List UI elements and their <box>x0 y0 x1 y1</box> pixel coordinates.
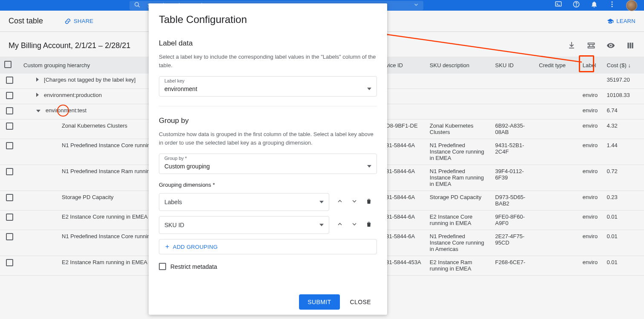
checkbox-icon[interactable] <box>6 168 13 175</box>
cell-label: enviro <box>578 139 603 165</box>
delete-icon[interactable] <box>364 198 374 206</box>
cell-label: enviro <box>578 191 603 211</box>
cell-cost: 6.74 <box>603 104 644 120</box>
chevron-down-icon[interactable] <box>413 2 419 9</box>
hierarchy-label: E2 Instance Ram running in EMEA <box>23 259 147 265</box>
cell-service_id: 31-5844-6A <box>382 165 426 191</box>
cell-credit_type <box>535 191 578 211</box>
cell-sku_id: 6B92-A835-08AB <box>491 120 535 139</box>
cell-sku_desc: E2 Instance Ram running in EMEA <box>426 256 491 276</box>
move-down-icon[interactable] <box>350 221 359 229</box>
cell-sku_desc: N1 Predefined Instance Core running in A… <box>426 230 491 256</box>
cell-sku_id <box>491 89 535 104</box>
cell-sku_id: 39F4-0112-6F39 <box>491 165 535 191</box>
annotation-circle <box>57 105 69 117</box>
col-sku-desc[interactable]: SKU description <box>426 57 491 74</box>
cell-label: enviro <box>578 256 603 276</box>
cell-cost: 0.01 <box>603 230 644 256</box>
dimension-select[interactable]: Labels <box>159 193 329 211</box>
topbar-actions <box>555 0 637 11</box>
cell-service_id: 31-5844-6A <box>382 230 426 256</box>
label-key-select[interactable]: Label key environment <box>159 76 377 97</box>
label-data-desc: Select a label key to include the corres… <box>159 53 377 69</box>
col-credit-type[interactable]: Credit type <box>535 57 578 74</box>
cell-credit_type <box>535 120 578 139</box>
cell-service_id: 31-5844-6A <box>382 139 426 165</box>
cell-cost: 0.23 <box>603 191 644 211</box>
checkbox-icon[interactable] <box>6 233 13 240</box>
checkbox-icon[interactable] <box>6 122 13 130</box>
share-button[interactable]: SHARE <box>64 18 93 25</box>
learn-button[interactable]: LEARN <box>607 18 635 25</box>
cell-cost: 35197.20 <box>603 74 644 89</box>
checkbox-icon[interactable] <box>6 142 13 149</box>
checkbox-icon[interactable] <box>6 92 13 99</box>
cell-credit_type <box>535 256 578 276</box>
delete-icon[interactable] <box>364 221 374 229</box>
select-all-cell[interactable] <box>0 57 19 74</box>
group-by-value: Custom grouping <box>164 163 210 170</box>
collapse-icon[interactable] <box>36 110 40 112</box>
checkbox-icon[interactable] <box>159 263 166 270</box>
close-button[interactable]: CLOSE <box>344 294 377 310</box>
restrict-metadata-row[interactable]: Restrict metadata <box>159 263 377 270</box>
page-title: Cost table <box>9 17 43 26</box>
svg-rect-10 <box>588 47 595 48</box>
checkbox-icon[interactable] <box>4 61 12 68</box>
group-by-select[interactable]: Group by * Custom grouping <box>159 154 377 174</box>
grouping-dimension-row: Labels <box>159 193 377 211</box>
cell-label <box>578 74 603 89</box>
move-up-icon[interactable] <box>335 221 345 229</box>
cell-service_id: 31-5844-453A <box>382 256 426 276</box>
grouping-dimension-row: SKU ID <box>159 216 377 234</box>
cell-label: enviro <box>578 211 603 230</box>
add-grouping-label: ADD GROUPING <box>173 244 218 250</box>
more-vert-icon[interactable] <box>608 0 616 10</box>
cell-credit_type <box>535 165 578 191</box>
submit-button[interactable]: SUBMIT <box>299 294 339 310</box>
move-up-icon[interactable] <box>335 198 345 206</box>
move-down-icon[interactable] <box>350 198 359 206</box>
svg-rect-14 <box>630 43 631 48</box>
label-key-value: environment <box>164 85 197 92</box>
cell-sku_id <box>491 104 535 120</box>
cell-sku_id: F268-6CE7- <box>491 256 535 276</box>
cell-sku_desc: E2 Instance Core running in EMEA <box>426 211 491 230</box>
avatar[interactable] <box>626 0 637 11</box>
dropdown-caret-icon <box>367 88 371 90</box>
download-icon[interactable] <box>566 40 577 51</box>
dimension-select[interactable]: SKU ID <box>159 216 329 234</box>
checkbox-icon[interactable] <box>6 107 13 114</box>
cell-sku_desc <box>426 89 491 104</box>
col-cost[interactable]: Cost ($) ↓ <box>603 57 644 74</box>
add-grouping-button[interactable]: + ADD GROUPING <box>159 239 377 254</box>
col-service-id[interactable]: vice ID <box>382 57 426 74</box>
checkbox-icon[interactable] <box>6 77 13 84</box>
col-label[interactable]: Label <box>578 57 603 74</box>
help-icon[interactable] <box>572 0 580 10</box>
columns-icon[interactable] <box>625 40 635 51</box>
hierarchy-label: N1 Predefined Instance Ram runnin <box>23 168 150 174</box>
svg-point-7 <box>612 4 613 5</box>
cell-sku_desc: N1 Predefined Instance Ram running in EM… <box>426 165 491 191</box>
hierarchy-label: Storage PD Capacity <box>23 194 113 200</box>
hierarchy-label: E2 Instance Core running in EMEA <box>23 214 148 220</box>
expand-icon[interactable] <box>36 77 39 82</box>
configure-table-icon[interactable] <box>586 40 596 51</box>
search-icon <box>134 1 141 9</box>
cell-sku_desc: Zonal Kubernetes Clusters <box>426 120 491 139</box>
col-sku-id[interactable]: SKU ID <box>491 57 535 74</box>
checkbox-icon[interactable] <box>6 214 13 221</box>
notifications-icon[interactable] <box>590 0 598 10</box>
hierarchy-label: N1 Predefined Instance Core runnin <box>23 142 150 148</box>
cell-label: enviro <box>578 165 603 191</box>
visibility-icon[interactable] <box>606 40 616 51</box>
expand-icon[interactable] <box>36 93 39 97</box>
cell-sku_id: 2E27-4F75-95CD <box>491 230 535 256</box>
cloud-shell-icon[interactable] <box>555 0 562 10</box>
svg-rect-9 <box>588 43 595 44</box>
cell-label: enviro <box>578 104 603 120</box>
checkbox-icon[interactable] <box>6 259 13 266</box>
checkbox-icon[interactable] <box>6 194 13 201</box>
hierarchy-label: environment:production <box>44 92 102 98</box>
